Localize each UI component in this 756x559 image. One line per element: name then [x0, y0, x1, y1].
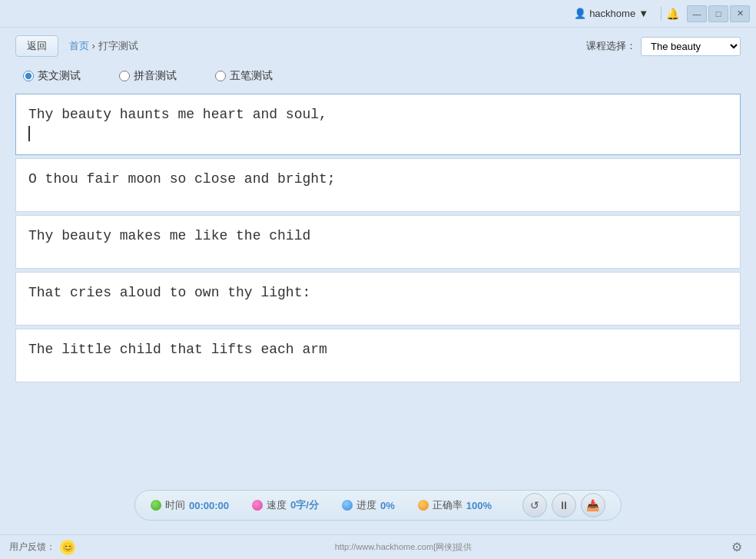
time-value: 00:00:00: [189, 500, 229, 511]
settings-icon[interactable]: ⚙: [731, 540, 747, 555]
breadcrumb-current: 打字测试: [98, 40, 138, 51]
pause-button[interactable]: ⏸: [552, 493, 576, 518]
breadcrumb-separator: ›: [89, 40, 98, 51]
speed-dot: [252, 500, 263, 511]
status-bar: 时间 00:00:00 速度 0字/分 进度 0% 正确率 100% ↺ ⏸: [134, 490, 622, 521]
typing-line-4: The little child that lifts each arm: [15, 329, 741, 382]
header-left: 返回 首页 › 打字测试: [15, 35, 138, 57]
status-time: 时间 00:00:00: [151, 498, 229, 512]
save-button[interactable]: 📥: [581, 493, 605, 518]
title-bar: 👤 hackhome ▼ 🔔 — □ ✕: [0, 0, 756, 28]
course-selector: 课程选择： The beauty: [586, 37, 741, 56]
username: hackhome: [589, 8, 635, 19]
radio-tabs: 英文测试 拼音测试 五笔测试: [15, 69, 741, 83]
header-row: 返回 首页 › 打字测试 课程选择： The beauty: [15, 35, 741, 57]
feedback-smiley[interactable]: 😊: [60, 540, 75, 555]
speed-value: 0字/分: [290, 498, 319, 512]
divider: [661, 7, 662, 21]
typing-line-2: Thy beauty makes me like the child: [15, 215, 741, 269]
progress-label: 进度: [356, 498, 376, 512]
speed-label: 速度: [267, 498, 287, 512]
tab-pinyin[interactable]: 拼音测试: [119, 69, 177, 83]
reset-button[interactable]: ↺: [522, 493, 547, 518]
tab-english-label: 英文测试: [38, 69, 81, 83]
window-controls[interactable]: — □ ✕: [687, 5, 750, 22]
accuracy-dot: [418, 500, 429, 511]
status-progress: 进度 0%: [342, 498, 395, 512]
maximize-button[interactable]: □: [708, 5, 728, 22]
tab-wubi-label: 五笔测试: [230, 69, 273, 83]
back-button[interactable]: 返回: [15, 35, 58, 57]
time-dot: [151, 500, 161, 511]
line-text-4: The little child that lifts each arm: [28, 342, 327, 357]
accuracy-label: 正确率: [433, 498, 463, 512]
line-text-3: That cries aloud to own thy light:: [28, 285, 310, 300]
minimize-button[interactable]: —: [687, 5, 707, 22]
bell-icon[interactable]: 🔔: [666, 8, 679, 20]
progress-value: 0%: [380, 500, 395, 511]
line-text-0: Thy beauty haunts me heart and soul,: [28, 107, 327, 122]
typing-line-0: Thy beauty haunts me heart and soul,: [15, 94, 741, 155]
course-selector-label: 课程选择：: [586, 39, 636, 53]
status-accuracy: 正确率 100%: [418, 498, 492, 512]
tab-english[interactable]: 英文测试: [23, 69, 81, 83]
line-text-1: O thou fair moon so close and bright;: [28, 171, 336, 187]
user-icon: 👤: [574, 8, 586, 19]
text-cursor: [28, 126, 30, 141]
footer: 用户反馈： 😊 http://www.hackhome.com[网侠]提供 ⚙: [0, 534, 756, 559]
tab-wubi[interactable]: 五笔测试: [215, 69, 273, 83]
footer-left: 用户反馈： 😊: [9, 540, 75, 555]
tab-pinyin-label: 拼音测试: [134, 69, 177, 83]
accuracy-value: 100%: [466, 500, 492, 511]
typing-area: Thy beauty haunts me heart and soul, O t…: [15, 94, 741, 478]
user-dropdown-arrow[interactable]: ▼: [638, 8, 648, 19]
typing-line-1: O thou fair moon so close and bright;: [15, 158, 741, 212]
close-button[interactable]: ✕: [730, 5, 750, 22]
user-info: 👤 hackhome ▼: [574, 8, 648, 19]
status-controls: ↺ ⏸ 📥: [522, 493, 605, 518]
course-select[interactable]: The beauty: [641, 37, 741, 56]
status-speed: 速度 0字/分: [252, 498, 319, 512]
footer-website: http://www.hackhome.com[网侠]提供: [335, 541, 472, 553]
line-text-2: Thy beauty makes me like the child: [28, 228, 310, 243]
radio-wubi[interactable]: [215, 71, 226, 81]
typing-line-3: That cries aloud to own thy light:: [15, 272, 741, 326]
main-content: 返回 首页 › 打字测试 课程选择： The beauty 英文测试 拼音测试 …: [0, 28, 756, 534]
breadcrumb-home[interactable]: 首页: [69, 40, 89, 51]
radio-pinyin[interactable]: [119, 71, 130, 81]
time-label: 时间: [165, 498, 185, 512]
breadcrumb: 首页 › 打字测试: [69, 39, 138, 53]
progress-dot: [342, 500, 353, 511]
radio-english[interactable]: [23, 71, 34, 81]
status-row: 时间 00:00:00 速度 0字/分 进度 0% 正确率 100% ↺ ⏸: [15, 484, 741, 527]
feedback-label: 用户反馈：: [9, 541, 55, 554]
